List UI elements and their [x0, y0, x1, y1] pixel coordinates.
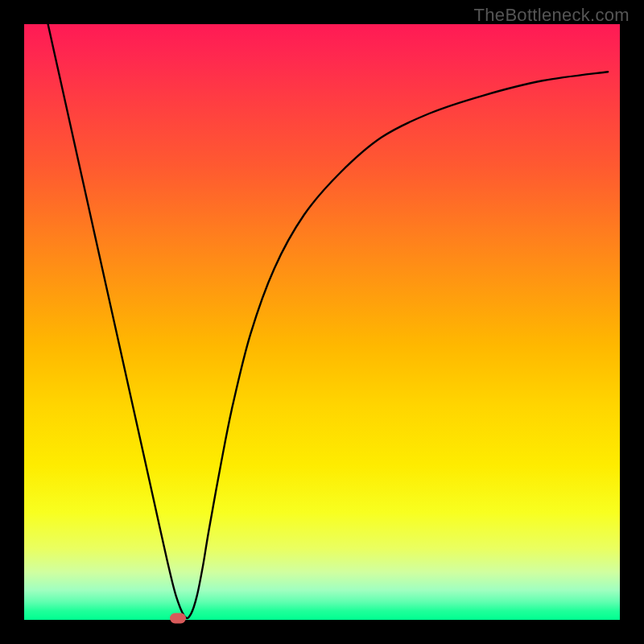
bottleneck-curve [48, 24, 609, 618]
watermark-text: TheBottleneck.com [474, 5, 630, 26]
curve-svg [24, 24, 620, 620]
minimum-marker [170, 613, 186, 623]
plot-area [24, 24, 620, 620]
chart-container: TheBottleneck.com [0, 0, 644, 644]
